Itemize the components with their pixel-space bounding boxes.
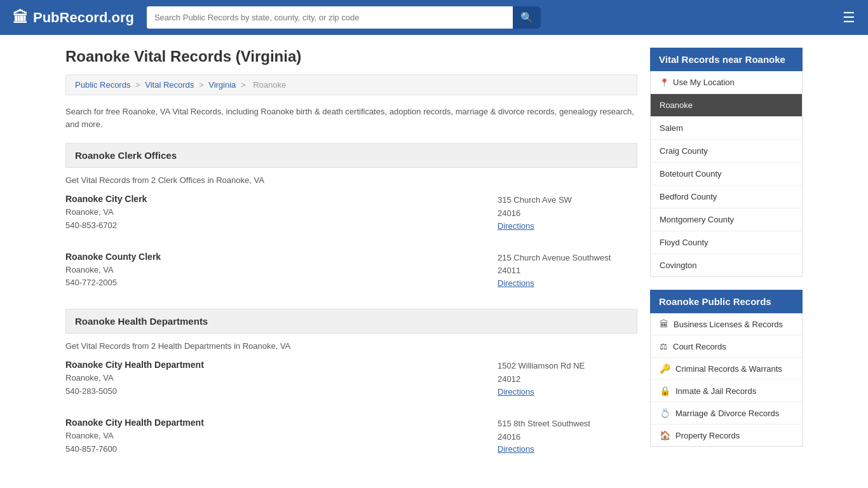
health-office-1-phone: 540-283-5050: [65, 385, 204, 398]
health-office-1-directions[interactable]: Directions: [498, 387, 534, 396]
sidebar-public-marriage-records[interactable]: 💍 Marriage & Divorce Records: [651, 402, 802, 424]
clerk-office-2-left: Roanoke County Clerk Roanoke, VA 540-772…: [65, 252, 161, 290]
sidebar: Vital Records near Roanoke 📍 Use My Loca…: [650, 48, 803, 475]
sidebar-item-montgomery-county[interactable]: Montgomery County: [651, 208, 802, 231]
clerk-sub-desc: Get Vital Records from 2 Clerk Offices i…: [65, 175, 637, 185]
health-office-2-name: Roanoke City Health Department: [65, 417, 204, 428]
sidebar-item-botetourt-county[interactable]: Botetourt County: [651, 163, 802, 186]
sidebar-item-roanoke-label: Roanoke: [660, 100, 693, 110]
sidebar-public-marriage-label: Marriage & Divorce Records: [675, 409, 779, 418]
health-office-2-left: Roanoke City Health Department Roanoke, …: [65, 417, 204, 456]
health-sub-desc: Get Vital Records from 2 Health Departme…: [65, 341, 637, 351]
clerk-office-2-right: 215 Church Avenue Southwest 24011 Direct…: [498, 252, 637, 290]
clerk-office-2-phone: 540-772-2005: [65, 276, 161, 290]
menu-button[interactable]: ☰: [843, 10, 855, 26]
page-title: Roanoke Vital Records (Virginia): [65, 48, 637, 65]
health-office-1-name: Roanoke City Health Department: [65, 360, 204, 370]
court-icon: ⚖: [660, 341, 668, 351]
clerk-office-1-phone: 540-853-6702: [65, 219, 147, 233]
sidebar-public-property-records[interactable]: 🏠 Property Records: [651, 424, 802, 446]
logo-text: PubRecord.org: [33, 10, 134, 26]
health-office-2-directions[interactable]: Directions: [498, 444, 534, 454]
site-logo[interactable]: 🏛 PubRecord.org: [13, 9, 134, 27]
health-office-1: Roanoke City Health Department Roanoke, …: [65, 360, 637, 405]
clerk-office-1: Roanoke City Clerk Roanoke, VA 540-853-6…: [65, 194, 637, 239]
sidebar-public-criminal-label: Criminal Records & Warrants: [675, 364, 782, 374]
sidebar-public-inmate-records[interactable]: 🔒 Inmate & Jail Records: [651, 380, 802, 402]
clerk-office-2-city: Roanoke, VA: [65, 264, 161, 277]
sidebar-use-my-location[interactable]: 📍 Use My Location: [651, 71, 802, 94]
sidebar-public-inmate-label: Inmate & Jail Records: [675, 386, 756, 396]
sidebar-public-court-label: Court Records: [673, 342, 726, 351]
clerk-office-1-left: Roanoke City Clerk Roanoke, VA 540-853-6…: [65, 194, 147, 233]
search-bar: 🔍: [147, 6, 541, 29]
health-office-2-right: 515 8th Street Southwest 24016 Direction…: [498, 417, 637, 456]
property-icon: 🏠: [660, 430, 670, 440]
clerk-office-1-city: Roanoke, VA: [65, 206, 147, 219]
health-office-2-zip: 24016: [498, 431, 637, 444]
search-button[interactable]: 🔍: [513, 6, 541, 29]
breadcrumb-sep-3: >: [241, 80, 248, 90]
breadcrumb-sep-2: >: [199, 80, 206, 90]
health-office-1-left: Roanoke City Health Department Roanoke, …: [65, 360, 204, 398]
sidebar-public-title: Roanoke Public Records: [650, 290, 803, 313]
clerk-office-2-directions[interactable]: Directions: [498, 278, 534, 288]
breadcrumb-public-records[interactable]: Public Records: [75, 80, 130, 90]
sidebar-item-salem[interactable]: Salem: [651, 117, 802, 140]
health-section-header: Roanoke Health Departments: [65, 309, 637, 334]
health-office-1-city: Roanoke, VA: [65, 372, 204, 385]
sidebar-public-list: 🏛 Business Licenses & Records ⚖ Court Re…: [650, 313, 803, 447]
health-office-2-street: 515 8th Street Southwest: [498, 417, 637, 431]
sidebar-public-property-label: Property Records: [675, 431, 740, 440]
sidebar-item-bedford-county[interactable]: Bedford County: [651, 186, 802, 208]
marriage-icon: 💍: [660, 408, 670, 418]
inmate-icon: 🔒: [660, 386, 670, 396]
health-office-2-phone: 540-857-7600: [65, 443, 204, 456]
sidebar-public-business-licenses[interactable]: 🏛 Business Licenses & Records: [651, 313, 802, 336]
breadcrumb-roanoke: Roanoke: [253, 80, 286, 90]
location-pin-icon: 📍: [660, 78, 669, 87]
sidebar-item-bedford-county-label: Bedford County: [660, 192, 717, 201]
search-input[interactable]: [147, 8, 513, 27]
breadcrumb-virginia[interactable]: Virginia: [208, 80, 236, 90]
breadcrumb: Public Records > Vital Records > Virgini…: [65, 74, 637, 95]
sidebar-item-covington[interactable]: Covington: [651, 254, 802, 276]
health-office-1-street: 1502 Williamson Rd NE: [498, 360, 637, 373]
sidebar-item-craig-county[interactable]: Craig County: [651, 140, 802, 163]
clerk-office-2-name: Roanoke County Clerk: [65, 252, 161, 262]
logo-icon: 🏛: [13, 9, 28, 27]
site-header: 🏛 PubRecord.org 🔍 ☰: [0, 0, 868, 35]
page-description: Search for free Roanoke, VA Vital Record…: [65, 105, 637, 130]
clerk-office-1-name: Roanoke City Clerk: [65, 194, 147, 204]
sidebar-item-floyd-county-label: Floyd County: [660, 238, 709, 247]
sidebar-public-criminal-records[interactable]: 🔑 Criminal Records & Warrants: [651, 358, 802, 380]
clerk-office-1-right: 315 Church Ave SW 24016 Directions: [498, 194, 637, 233]
clerk-office-2-street: 215 Church Avenue Southwest: [498, 252, 637, 265]
sidebar-public-business-label: Business Licenses & Records: [674, 320, 783, 329]
sidebar-item-salem-label: Salem: [660, 123, 683, 133]
search-icon: 🔍: [520, 12, 533, 23]
sidebar-public-court-records[interactable]: ⚖ Court Records: [651, 336, 802, 358]
breadcrumb-sep-1: >: [135, 80, 142, 90]
sidebar-item-craig-county-label: Craig County: [660, 146, 708, 156]
clerk-office-1-street: 315 Church Ave SW: [498, 194, 637, 207]
business-icon: 🏛: [660, 319, 668, 329]
clerk-office-1-directions[interactable]: Directions: [498, 221, 534, 231]
health-office-1-right: 1502 Williamson Rd NE 24012 Directions: [498, 360, 637, 398]
sidebar-item-covington-label: Covington: [660, 261, 697, 270]
clerk-office-2-zip: 24011: [498, 264, 637, 278]
sidebar-item-floyd-county[interactable]: Floyd County: [651, 231, 802, 254]
sidebar-nearby-list: 📍 Use My Location Roanoke Salem Craig Co…: [650, 71, 803, 277]
health-office-2: Roanoke City Health Department Roanoke, …: [65, 417, 637, 463]
health-office-1-zip: 24012: [498, 373, 637, 386]
clerk-office-1-zip: 24016: [498, 207, 637, 220]
clerk-section-header: Roanoke Clerk Offices: [65, 143, 637, 168]
page-content: Roanoke Vital Records (Virginia) Public …: [53, 35, 815, 487]
use-my-location-label: Use My Location: [673, 78, 735, 87]
main-content: Roanoke Vital Records (Virginia) Public …: [65, 48, 637, 475]
clerk-office-2: Roanoke County Clerk Roanoke, VA 540-772…: [65, 252, 637, 297]
sidebar-item-roanoke[interactable]: Roanoke: [651, 94, 802, 117]
criminal-icon: 🔑: [660, 363, 670, 374]
breadcrumb-vital-records[interactable]: Vital Records: [145, 80, 194, 90]
sidebar-item-montgomery-county-label: Montgomery County: [660, 215, 734, 224]
